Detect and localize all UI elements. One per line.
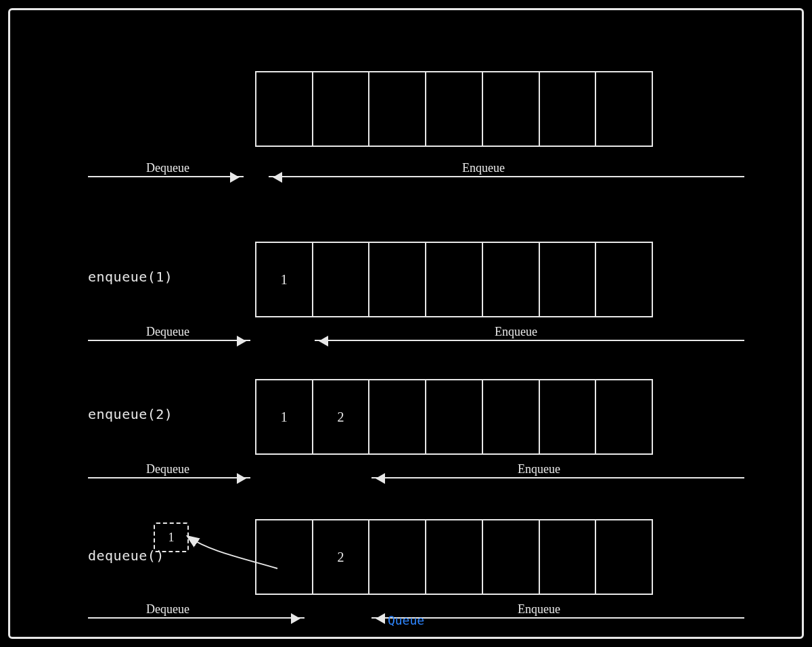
queue-cell (255, 72, 312, 146)
dequeued-value-box: 1 (154, 522, 189, 552)
queue-cell (482, 520, 539, 594)
arrow-label: Enqueue (458, 161, 509, 175)
queue-cell (368, 72, 425, 146)
queue-cell: 2 (312, 520, 369, 594)
queue-cell (312, 72, 369, 146)
arrow-label: Dequeue (142, 325, 194, 339)
queue-state-1: 1 (255, 242, 653, 315)
queue-cell (482, 72, 539, 146)
queue-cell (595, 72, 652, 146)
queue-cell (368, 520, 425, 594)
queue-state-2: 1 2 (255, 379, 653, 452)
queue-state-0 (255, 71, 653, 144)
arrow-label: Enqueue (514, 462, 564, 476)
enqueue-arrow: Enqueue (315, 340, 744, 341)
queue-cell (368, 380, 425, 453)
arrow-label: Dequeue (142, 462, 194, 476)
queue-cells: 1 (255, 242, 653, 317)
dequeued-value: 1 (168, 531, 175, 545)
queue-cells: 2 (255, 519, 653, 595)
dequeue-arrow: Dequeue (88, 477, 250, 478)
diagram-frame: Dequeue Enqueue enqueue(1) 1 Dequeue Enq… (8, 8, 804, 639)
dequeue-arrow: Dequeue (88, 176, 244, 177)
queue-state-3: 2 (255, 519, 653, 592)
queue-cells (255, 71, 653, 147)
diagram-caption: Queue (10, 613, 802, 627)
queue-cell (539, 72, 595, 146)
queue-cell (595, 380, 652, 453)
dequeue-arrow: Dequeue (88, 340, 250, 341)
queue-cell (425, 520, 482, 594)
queue-cell (482, 380, 539, 453)
queue-cell: 2 (312, 380, 369, 453)
queue-cell (595, 243, 652, 316)
queue-cell (425, 72, 482, 146)
arrow-label: Enqueue (491, 325, 541, 339)
queue-cell (425, 243, 482, 316)
diagram-content: Dequeue Enqueue enqueue(1) 1 Dequeue Enq… (10, 10, 802, 637)
operation-label: dequeue() (88, 548, 164, 564)
queue-cell (368, 243, 425, 316)
enqueue-arrow: Enqueue (371, 477, 744, 478)
operation-label: enqueue(1) (88, 269, 173, 285)
queue-cell (539, 380, 595, 453)
queue-cell (539, 243, 595, 316)
queue-cell (312, 243, 369, 316)
arrow-label: Dequeue (142, 161, 194, 175)
queue-cell (255, 520, 312, 594)
queue-cell (425, 380, 482, 453)
queue-cells: 1 2 (255, 379, 653, 455)
queue-cell: 1 (255, 380, 312, 453)
queue-cell: 1 (255, 243, 312, 316)
operation-label: enqueue(2) (88, 406, 173, 422)
queue-cell (595, 520, 652, 594)
queue-cell (482, 243, 539, 316)
queue-cell (539, 520, 595, 594)
enqueue-arrow: Enqueue (269, 176, 744, 177)
